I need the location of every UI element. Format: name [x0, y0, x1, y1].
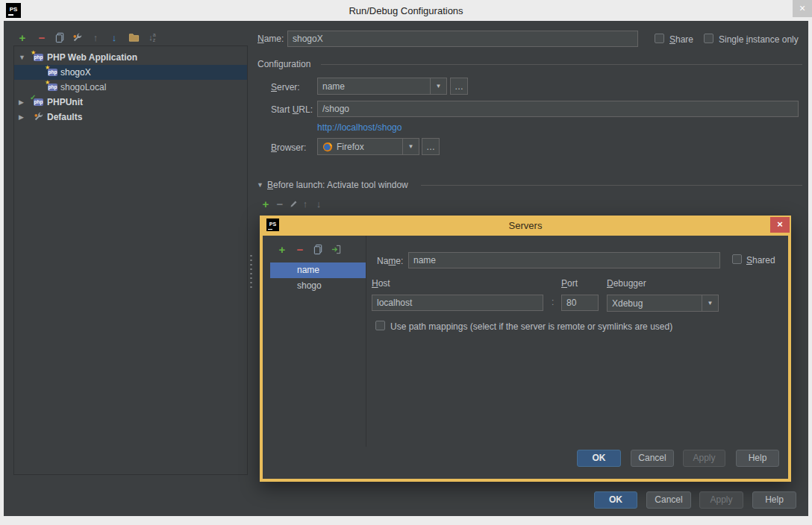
share-checkbox[interactable] [655, 34, 664, 43]
name-label: Name: [257, 34, 284, 44]
window-close-button[interactable]: × [793, 0, 812, 17]
new-folder-button[interactable] [127, 31, 140, 44]
configuration-section-title: Configuration [257, 59, 310, 69]
chevron-down-icon[interactable]: ▼ [702, 295, 718, 311]
section-separator [321, 64, 802, 65]
copy-icon [313, 244, 324, 255]
remove-server-button[interactable]: − [293, 242, 307, 256]
add-configuration-button[interactable]: + [16, 31, 29, 44]
expand-expander-icon[interactable]: ▶ [19, 113, 24, 121]
server-browse-button[interactable]: … [450, 78, 468, 95]
remove-icon: − [39, 31, 46, 44]
tree-item-shogox[interactable]: php★ shogoX [14, 65, 247, 80]
move-down-button[interactable]: ↓ [107, 31, 121, 44]
tree-item-label: shogoX [60, 67, 91, 78]
server-list-item[interactable]: shogo [270, 278, 366, 294]
path-mappings-label: Use path mappings (select if the server … [390, 321, 672, 332]
tree-item-label: shogoLocal [60, 82, 106, 92]
server-name-label: Name: [377, 256, 403, 266]
remove-configuration-button[interactable]: − [35, 31, 49, 44]
browser-combobox[interactable]: Firefox ▼ [317, 138, 419, 155]
sort-configurations-button[interactable]: ↓ az [146, 31, 159, 44]
add-task-button[interactable]: + [259, 197, 272, 210]
copy-server-button[interactable] [311, 242, 325, 256]
path-mappings-checkbox[interactable] [375, 321, 385, 330]
add-server-button[interactable]: + [275, 242, 289, 256]
phpunit-icon: php✓ [32, 96, 44, 107]
host-port-separator: : [552, 297, 554, 307]
wrench-icon [33, 111, 44, 122]
server-list-item[interactable]: name [270, 262, 366, 278]
start-url-input[interactable] [317, 101, 799, 117]
move-task-up-button[interactable]: ↑ [299, 197, 312, 210]
shared-label: Shared [746, 255, 775, 265]
tree-item-label: PHP Web Application [47, 52, 137, 63]
add-icon: + [19, 31, 26, 44]
apply-button[interactable]: Apply [699, 491, 743, 509]
remove-task-button[interactable]: − [273, 197, 287, 210]
tree-item-defaults[interactable]: ▶ Defaults [14, 110, 247, 125]
arrow-up-icon: ↑ [303, 198, 308, 210]
help-button[interactable]: Help [752, 491, 796, 509]
tree-item-shogolocal[interactable]: php★ shogoLocal [14, 80, 247, 95]
shared-checkbox[interactable] [732, 254, 742, 264]
collapse-expander-icon[interactable]: ▼ [257, 181, 263, 189]
ok-button[interactable]: OK [594, 491, 637, 509]
server-list-item-label: shogo [297, 280, 322, 291]
server-combobox[interactable]: name ▼ [317, 78, 447, 95]
add-icon: + [279, 243, 286, 256]
server-label: Server: [271, 82, 300, 92]
url-preview-link[interactable]: http://localhost/shogo [317, 122, 402, 133]
move-up-button[interactable]: ↑ [89, 31, 102, 44]
before-launch-label: Before launch: Activate tool window [267, 180, 408, 190]
copy-configuration-button[interactable] [53, 31, 66, 44]
cancel-button[interactable]: Cancel [646, 491, 691, 509]
sort-az-icon: ↓ az [149, 32, 155, 43]
host-label: Host [372, 278, 390, 289]
tree-item-phpunit[interactable]: ▶ php✓ PHPUnit [14, 95, 247, 110]
edit-defaults-button[interactable] [70, 31, 84, 44]
browser-browse-button[interactable]: … [422, 138, 440, 155]
servers-dialog-body: + − name shogo Name: Shared Host Port De… [263, 236, 788, 479]
share-label: Share [669, 34, 693, 45]
chevron-down-icon[interactable]: ▼ [430, 78, 446, 94]
chevron-down-icon[interactable]: ▼ [402, 139, 419, 154]
servers-apply-button[interactable]: Apply [683, 450, 725, 467]
server-value: name [322, 81, 345, 92]
add-icon: + [263, 198, 269, 210]
php-application-icon: php★ [46, 66, 58, 78]
servers-help-button[interactable]: Help [736, 450, 779, 467]
name-input[interactable] [287, 31, 638, 47]
folder-icon [128, 32, 140, 43]
servers-dialog-titlebar[interactable]: PS Servers × [260, 216, 791, 236]
panel-splitter-handle[interactable] [249, 254, 253, 288]
collapse-expander-icon[interactable]: ▼ [19, 54, 25, 61]
browser-label: Browser: [271, 142, 306, 153]
start-url-label: Start URL: [271, 104, 313, 115]
debugger-label: Debugger [607, 278, 646, 289]
move-task-down-button[interactable]: ↓ [312, 197, 325, 210]
copy-icon [54, 32, 66, 43]
pencil-icon [289, 199, 299, 209]
arrow-down-icon: ↓ [112, 32, 117, 43]
port-input[interactable] [561, 295, 599, 311]
window-titlebar[interactable]: PS Run/Debug Configurations × [0, 0, 812, 21]
import-server-button[interactable] [329, 242, 343, 256]
debugger-combobox[interactable]: Xdebug ▼ [607, 295, 719, 312]
single-instance-checkbox[interactable] [704, 34, 713, 43]
import-icon [331, 244, 342, 255]
servers-dialog-close-button[interactable]: × [770, 217, 790, 233]
tree-item-php-web-application[interactable]: ▼ php★ PHP Web Application [14, 50, 247, 65]
server-name-input[interactable] [408, 252, 720, 268]
host-input[interactable] [372, 295, 543, 311]
php-application-icon: php★ [46, 81, 58, 92]
servers-ok-button[interactable]: OK [577, 450, 621, 467]
expand-expander-icon[interactable]: ▶ [19, 98, 24, 106]
wrench-icon [72, 32, 83, 43]
remove-icon: − [297, 243, 304, 256]
window-title: Run/Debug Configurations [0, 5, 812, 16]
arrow-up-icon: ↑ [93, 32, 99, 43]
tree-item-label: PHPUnit [47, 97, 83, 107]
debugger-value: Xdebug [612, 298, 643, 309]
servers-cancel-button[interactable]: Cancel [631, 450, 674, 467]
